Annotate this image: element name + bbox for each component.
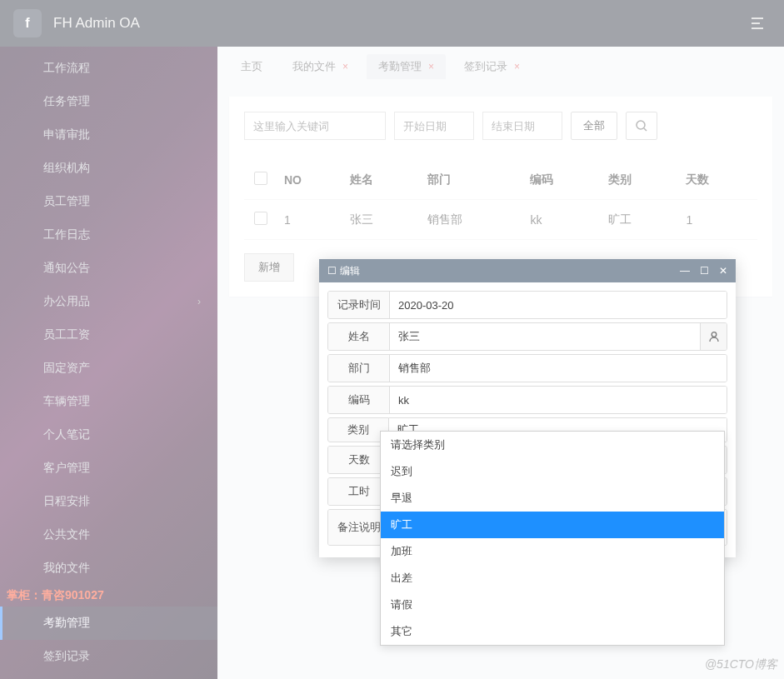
dept-input[interactable]: 销售部 [390,355,727,382]
record-time-input[interactable]: 2020-03-20 [390,292,727,318]
code-input[interactable]: kk [390,387,727,413]
dropdown-option[interactable]: 旷工 [381,512,724,538]
minimize-icon[interactable]: — [680,265,690,277]
modal-title: 编辑 [340,264,360,278]
person-picker-icon[interactable] [700,323,727,350]
field-label-name: 姓名 [328,323,390,350]
maximize-icon[interactable]: ☐ [700,265,709,277]
type-dropdown: 请选择类别迟到早退旷工加班出差请假其它 [380,431,725,646]
watermark: @51CTO博客 [705,657,777,672]
dropdown-option[interactable]: 请选择类别 [381,432,724,458]
close-icon[interactable]: ✕ [719,265,727,277]
dropdown-option[interactable]: 加班 [381,538,724,565]
dropdown-option[interactable]: 早退 [381,485,724,512]
name-input[interactable]: 张三 [390,323,700,350]
dropdown-option[interactable]: 迟到 [381,458,724,485]
field-label-record-time: 记录时间 [328,292,390,318]
field-label-dept: 部门 [328,355,390,382]
dropdown-option[interactable]: 出差 [381,565,724,592]
window-icon: ☐ [327,265,337,277]
modal-header[interactable]: ☐ 编辑 — ☐ ✕ [319,259,736,282]
field-label-code: 编码 [328,387,390,413]
dropdown-option[interactable]: 其它 [381,618,724,645]
svg-point-6 [712,332,717,337]
dropdown-option[interactable]: 请假 [381,592,724,618]
